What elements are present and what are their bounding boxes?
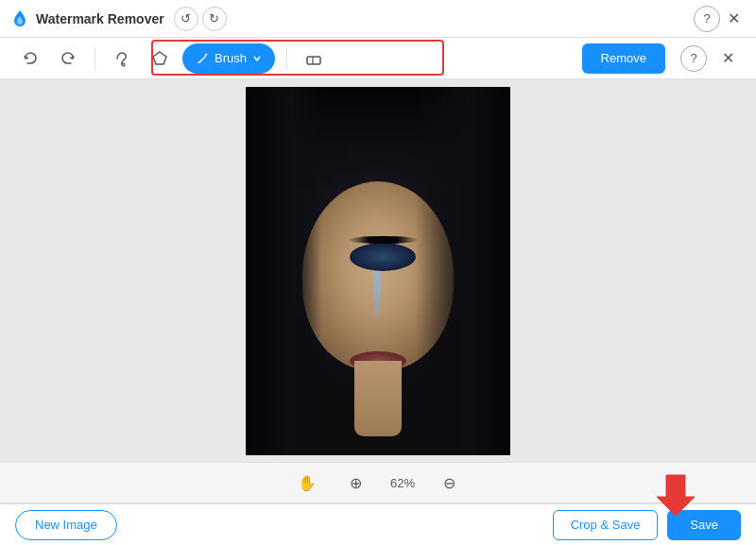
bottom-bar: New Image Crop & Save Save	[0, 503, 756, 545]
zoom-out-button[interactable]: ⊖	[434, 468, 464, 498]
redo-icon: ↻	[209, 11, 219, 26]
crop-save-button[interactable]: Crop & Save	[553, 510, 659, 540]
toolbar: Brush Remove ? ✕	[0, 38, 756, 79]
eraser-tool-button[interactable]	[299, 43, 329, 74]
brush-tool-button[interactable]: Brush	[182, 43, 275, 74]
tear	[373, 271, 381, 318]
portrait-image	[246, 87, 510, 455]
toolbar-redo-button[interactable]	[53, 43, 83, 74]
toolbar-close-icon: ✕	[722, 49, 734, 67]
svg-line-2	[205, 54, 207, 56]
toolbar-close-button[interactable]: ✕	[714, 45, 741, 72]
polygon-tool-button[interactable]	[145, 43, 175, 74]
remove-button[interactable]: Remove	[582, 43, 665, 74]
redo-button[interactable]: ↻	[202, 7, 227, 31]
remove-label: Remove	[601, 51, 646, 65]
neck	[354, 361, 402, 436]
help-icon: ?	[703, 11, 710, 26]
red-arrow-icon	[652, 470, 699, 518]
close-button[interactable]: ✕	[720, 6, 747, 32]
zoom-level: 62%	[390, 476, 415, 490]
lasso-tool-button[interactable]	[107, 43, 137, 74]
undo-button[interactable]: ↺	[174, 7, 198, 31]
hand-tool-button[interactable]: ✋	[292, 468, 322, 498]
toolbar-help-icon: ?	[690, 51, 696, 65]
image-container	[246, 87, 510, 455]
arrow-annotation	[652, 470, 699, 521]
toolbar-divider-1	[94, 47, 95, 70]
canvas-area	[0, 79, 756, 462]
toolbar-divider-2	[286, 47, 287, 70]
new-image-label: New Image	[35, 518, 97, 532]
bottom-right-buttons: Crop & Save Save	[553, 510, 741, 540]
zoom-in-button[interactable]: ⊕	[341, 468, 371, 498]
undo-icon: ↺	[180, 11, 191, 26]
toolbar-undo-button[interactable]	[15, 43, 45, 74]
redo-icon	[60, 51, 76, 66]
svg-marker-5	[657, 475, 695, 516]
eye-area	[350, 243, 416, 271]
hair-left	[246, 87, 321, 455]
svg-marker-1	[153, 52, 166, 64]
help-button[interactable]: ?	[694, 6, 720, 32]
undo-icon	[23, 51, 38, 66]
title-bar-nav: ↺ ↻	[174, 7, 227, 31]
new-image-button[interactable]: New Image	[15, 510, 117, 540]
zoom-in-icon: ⊕	[350, 474, 362, 492]
zoom-out-icon: ⊖	[443, 474, 455, 492]
title-bar: Watermark Remover ↺ ↻ ? ✕	[0, 0, 756, 38]
crop-save-label: Crop & Save	[571, 518, 641, 532]
app-title: Watermark Remover	[36, 11, 164, 26]
svg-rect-3	[307, 57, 320, 64]
app-logo-icon	[9, 9, 30, 29]
hand-icon: ✋	[298, 474, 317, 492]
brush-icon	[196, 52, 209, 65]
toolbar-help-button[interactable]: ?	[680, 45, 707, 72]
eyelash	[348, 236, 419, 244]
status-bar: ✋ ⊕ 62% ⊖	[0, 462, 756, 503]
polygon-icon	[151, 50, 168, 67]
brush-label: Brush	[215, 51, 247, 65]
lasso-icon	[113, 50, 130, 67]
eraser-icon	[305, 50, 322, 67]
hair-right	[416, 87, 510, 455]
brush-chevron-icon	[252, 54, 262, 63]
close-icon: ✕	[728, 9, 740, 27]
